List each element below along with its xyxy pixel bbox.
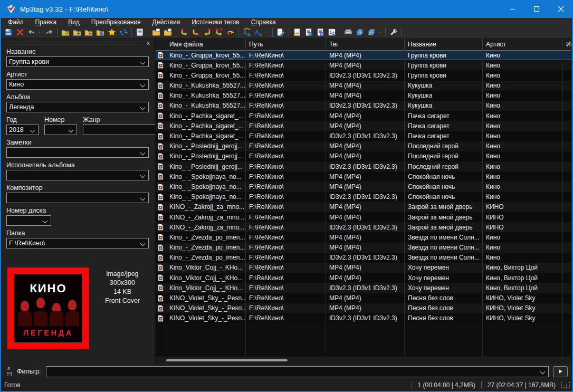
albumartist-dropdown-icon[interactable] xyxy=(138,170,148,180)
menu-item-7[interactable]: Справка xyxy=(245,18,282,26)
menu-item-6[interactable]: Источники тегов xyxy=(186,18,245,26)
tag-arrow-2-icon[interactable] xyxy=(190,27,202,38)
table-row[interactable]: Kino_-_Zvezda_po_imen...F:\Rel\Кино\MP4 … xyxy=(156,243,572,253)
scrollbar-thumb[interactable] xyxy=(166,359,288,361)
table-row[interactable]: KINO_-_Zakrojj_za_mno...F:\Rel\Кино\ID3v… xyxy=(156,222,572,232)
options-wrench-icon[interactable] xyxy=(388,27,399,38)
column-header-filename[interactable]: Имя файла xyxy=(166,39,246,50)
album-cover[interactable]: КИНО ЛЕГЕНДА xyxy=(7,267,89,349)
table-row[interactable]: KINO_-_Zakrojj_za_mno...F:\Rel\Кино\MP4 … xyxy=(156,212,572,222)
artist-input[interactable] xyxy=(7,80,138,89)
numbering-wizard-icon[interactable]: 12 xyxy=(326,27,338,38)
menu-item-5[interactable]: Действия xyxy=(147,18,186,26)
column-header-tag[interactable]: Тег xyxy=(326,39,405,50)
column-header-artist[interactable]: Артист xyxy=(483,39,563,50)
tag-arrow-4-icon[interactable] xyxy=(213,27,225,38)
web-source-green-icon[interactable] xyxy=(354,27,366,38)
refresh-icon[interactable] xyxy=(118,27,129,38)
table-row[interactable]: Kino_-_Gruppa_krovi_55...F:\Rel\Кино\MP4… xyxy=(156,60,572,70)
folder-moon-icon[interactable] xyxy=(94,27,106,38)
folder-page-2-icon[interactable] xyxy=(162,27,174,38)
export-doc-2-icon[interactable] xyxy=(314,27,326,38)
title-dropdown-icon[interactable] xyxy=(138,57,148,66)
table-row[interactable]: Kino_Viktor_Cojj_-_KHo...F:\Rel\Кино\MP4… xyxy=(156,263,572,273)
table-row[interactable]: KINO_Violet_Sky_-_Pesn...F:\Rel\Кино\ID3… xyxy=(156,313,572,323)
menu-item-1[interactable]: Файл xyxy=(2,18,30,26)
album-dropdown-icon[interactable] xyxy=(138,102,148,112)
favorites-star-icon[interactable] xyxy=(106,27,118,38)
discnumber-input[interactable] xyxy=(7,216,40,225)
undo-icon[interactable] xyxy=(26,27,37,38)
case-conversion-2-icon[interactable]: Aa xyxy=(253,27,264,38)
column-header-title[interactable]: Название xyxy=(405,39,483,50)
albumartist-input[interactable] xyxy=(7,170,138,180)
table-row[interactable]: Kino_-_Pachka_sigaret_...F:\Rel\Кино\MP4… xyxy=(156,121,572,131)
menu-item-2[interactable]: Правка xyxy=(30,18,63,26)
maximize-button[interactable] xyxy=(524,0,549,18)
comment-dropdown-icon[interactable] xyxy=(138,148,148,157)
minimize-button[interactable] xyxy=(500,0,524,18)
table-row[interactable]: Kino_-_Kukushka_55527...F:\Rel\Кино\ID3v… xyxy=(156,101,572,111)
tag-arrow-1-icon[interactable] xyxy=(178,27,190,38)
compare-icon[interactable] xyxy=(342,27,354,38)
folder-play-icon[interactable] xyxy=(83,27,94,38)
table-row[interactable]: Kino_-_Gruppa_krovi_55...F:\Rel\Кино\MP4… xyxy=(156,50,572,60)
edit-tag-icon[interactable] xyxy=(275,27,286,38)
web-dropdown-icon[interactable] xyxy=(377,27,383,38)
table-row[interactable]: Kino_Viktor_Cojj_-_KHo...F:\Rel\Кино\MP4… xyxy=(156,273,572,283)
album-input[interactable] xyxy=(7,102,138,112)
table-row[interactable]: Kino_-_Gruppa_krovi_55...F:\Rel\Кино\ID3… xyxy=(156,70,572,80)
table-row[interactable]: Kino_-_Pachka_sigaret_...F:\Rel\Кино\ID3… xyxy=(156,131,572,141)
case-dropdown-icon[interactable] xyxy=(264,27,270,38)
save-icon[interactable] xyxy=(3,27,14,38)
undo-dropdown-icon[interactable] xyxy=(37,27,43,38)
year-dropdown-icon[interactable] xyxy=(27,125,38,135)
discnumber-dropdown-icon[interactable] xyxy=(40,216,51,225)
table-row[interactable]: KINO_Violet_Sky_-_Pesn...F:\Rel\Кино\MP4… xyxy=(156,293,572,303)
filter-grip-icon[interactable] xyxy=(7,372,12,376)
composer-dropdown-icon[interactable] xyxy=(138,193,148,203)
doc-import-icon[interactable] xyxy=(291,27,303,38)
table-row[interactable]: KINO_Violet_Sky_-_Pesn...F:\Rel\Кино\MP4… xyxy=(156,303,572,313)
table-row[interactable]: Kino_-_Spokojjnaya_no...F:\Rel\Кино\MP4 … xyxy=(156,171,572,181)
table-row[interactable]: Kino_-_Poslednijj_gerojj...F:\Rel\Кино\I… xyxy=(156,161,572,171)
web-source-orange-icon[interactable] xyxy=(366,27,377,38)
table-row[interactable]: Kino_-_Kukushka_55527...F:\Rel\Кино\MP4 … xyxy=(156,91,572,101)
column-header-file-icon[interactable] xyxy=(156,39,166,50)
filter-input[interactable] xyxy=(46,367,538,377)
table-row[interactable]: KINO_-_Zakrojj_za_mno...F:\Rel\Кино\MP4 … xyxy=(156,202,572,212)
folder-check-icon[interactable] xyxy=(60,27,71,38)
table-row[interactable]: Kino_-_Pachka_sigaret_...F:\Rel\Кино\MP4… xyxy=(156,111,572,121)
panel-close-icon[interactable]: x xyxy=(145,40,151,46)
title-input[interactable] xyxy=(7,57,138,66)
comment-input[interactable] xyxy=(7,148,138,157)
menu-item-4[interactable]: Преобразования xyxy=(85,18,147,26)
table-row[interactable]: Kino_-_Spokojjnaya_no...F:\Rel\Кино\ID3v… xyxy=(156,192,572,202)
export-doc-icon[interactable] xyxy=(303,27,314,38)
track-input[interactable] xyxy=(45,125,66,135)
resize-grip[interactable] xyxy=(562,381,571,389)
table-row[interactable]: Kino_-_Spokojjnaya_no...F:\Rel\Кино\MP4 … xyxy=(156,181,572,192)
table-row[interactable]: Kino_-_Zvezda_po_imen...F:\Rel\Кино\MP4 … xyxy=(156,232,572,242)
close-button[interactable] xyxy=(549,0,573,18)
directory-dropdown-icon[interactable] xyxy=(138,238,148,248)
directory-input[interactable] xyxy=(7,238,138,248)
filter-dropdown-icon[interactable] xyxy=(538,367,548,377)
panel-grip[interactable] xyxy=(5,42,143,44)
table-row[interactable]: Kino_-_Kukushka_55527...F:\Rel\Кино\MP4 … xyxy=(156,81,572,91)
remove-tag-icon[interactable] xyxy=(14,27,26,38)
artist-dropdown-icon[interactable] xyxy=(138,80,148,89)
column-header-extra[interactable]: Ис xyxy=(563,39,572,50)
composer-input[interactable] xyxy=(7,193,138,203)
tag-arrow-3-icon[interactable] xyxy=(202,27,213,38)
table-row[interactable]: Kino_-_Poslednijj_gerojj...F:\Rel\Кино\M… xyxy=(156,151,572,161)
case-conversion-icon[interactable]: Aa xyxy=(241,27,253,38)
track-list-icon[interactable] xyxy=(134,27,146,38)
table-row[interactable]: Kino_-_Zvezda_po_imen...F:\Rel\Кино\ID3v… xyxy=(156,253,572,263)
folder-add-icon[interactable] xyxy=(71,27,83,38)
horizontal-scrollbar[interactable] xyxy=(156,357,572,364)
table-row[interactable]: Kino_Viktor_Cojj_-_KHo...F:\Rel\Кино\ID3… xyxy=(156,283,572,293)
menu-item-3[interactable]: Вид xyxy=(62,18,85,26)
redo-icon[interactable] xyxy=(43,27,55,38)
tag-arrow-5-icon[interactable] xyxy=(225,27,236,38)
